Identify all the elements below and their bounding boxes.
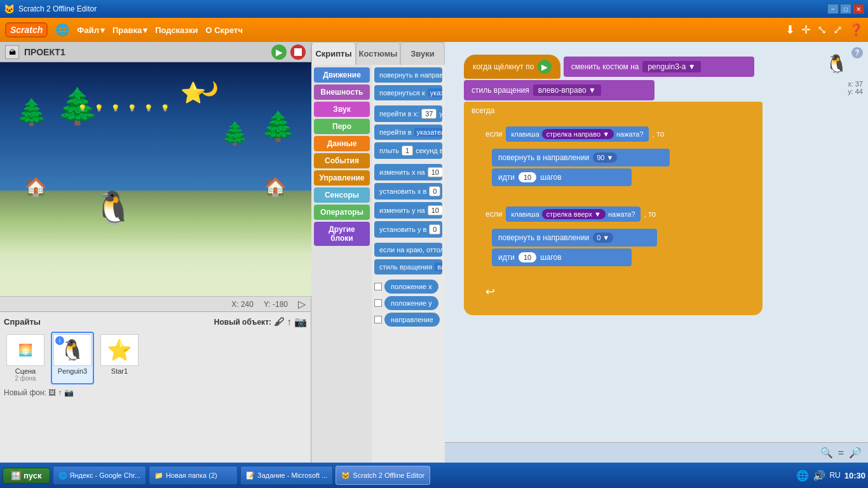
checkbox-y-pos[interactable] [374, 299, 382, 307]
titlebar-left: 🐱 Scratch 2 Offline Editor [4, 4, 97, 14]
reporter-x[interactable]: положение x [384, 280, 438, 294]
cat-sound[interactable]: Звук [314, 102, 370, 117]
menu-tips[interactable]: Подсказки [155, 25, 198, 35]
key2-dropdown[interactable]: стрелка вверх ▼ [542, 209, 606, 219]
block-glide[interactable]: плыть 1 секунд в точку x: 8 [374, 142, 442, 159]
info-icon[interactable]: i [55, 336, 64, 345]
reporter-y[interactable]: положение y [384, 296, 438, 310]
menu-file[interactable]: Файл ▾ [77, 25, 105, 35]
menu-about[interactable]: О Скретч [205, 25, 243, 35]
tab-costumes[interactable]: Костюмы [356, 42, 400, 65]
set-x-val[interactable]: 0 [429, 186, 440, 196]
maximize-button[interactable]: □ [840, 4, 851, 14]
move-val2[interactable]: 10 [519, 252, 536, 262]
block-if-on-edge[interactable]: если на краю, оттолкнуться [374, 243, 442, 257]
tab-scripts[interactable]: Скрипты [311, 42, 356, 65]
move-val1[interactable]: 10 [519, 172, 536, 182]
rotation-dropdown[interactable]: влево-вправо▼ [435, 262, 442, 271]
glide-secs[interactable]: 1 [402, 146, 413, 156]
help-icon[interactable]: ❓ [849, 23, 863, 37]
if2-container: если клавиша стрелка вверх ▼ нажата? , т… [479, 202, 760, 280]
dir-dropdown2[interactable]: 0 ▼ [593, 233, 613, 243]
paint-backdrop-button[interactable]: 🖼 [48, 388, 56, 397]
cat-looks[interactable]: Внешность [314, 85, 370, 100]
checkbox-direction[interactable] [374, 316, 382, 323]
costume-dropdown[interactable]: penguin3-a ▼ [642, 61, 700, 72]
switch-costume-block[interactable]: сменить костюм на penguin3-a ▼ [564, 57, 754, 77]
block-set-x[interactable]: установить x в 0 [374, 183, 442, 200]
stop-button[interactable] [290, 44, 306, 60]
paint-new-sprite-button[interactable]: 🖌 [274, 316, 284, 328]
menu-edit[interactable]: Правка ▾ [112, 25, 147, 35]
block-change-y[interactable]: изменить y на 10 [374, 202, 442, 219]
penguin3-item[interactable]: i 🐧 Penguin3 [51, 332, 94, 384]
workspace[interactable]: 🐧 ? x: 37 y: 44 когда щёлкнут по ▶ смени… [445, 42, 868, 442]
if2-condition[interactable]: клавиша стрелка вверх ▼ нажата? [506, 207, 640, 222]
block-goto[interactable]: перейти в указатель мышки▼ [374, 125, 442, 140]
set-y-val[interactable]: 0 [429, 224, 440, 234]
move-block2[interactable]: идти 10 шагов [492, 248, 632, 266]
forever-block[interactable]: всегда [464, 102, 763, 119]
set-rotation-block[interactable]: стиль вращения влево-вправо ▼ [464, 80, 654, 100]
block-goto-xy[interactable]: перейти в x: 37 y: 45 [374, 105, 442, 122]
green-flag-button[interactable]: ▶ [271, 44, 287, 60]
key1-dropdown[interactable]: стрелка направо ▼ [542, 129, 614, 139]
hat-block[interactable]: когда щёлкнут по ▶ [464, 55, 560, 79]
goto-x-val[interactable]: 37 [421, 109, 437, 119]
stage-canvas[interactable]: 🌲 🌲 🌲 🌲 🌙 ⭐ 💡💡💡💡💡💡 🏠 🏠 🐧 [0, 62, 311, 296]
block-point-towards[interactable]: повернуться к указатель мышки▼ [374, 85, 442, 100]
checkbox-x-pos[interactable] [374, 283, 382, 290]
start-button[interactable]: 🪟 пуск [3, 468, 50, 484]
move-block1[interactable]: идти 10 шагов [492, 168, 632, 186]
taskbar-word[interactable]: 📝 Задание - Microsoft ... [240, 466, 333, 485]
camera-sprite-button[interactable]: 📷 [294, 316, 307, 328]
expand-icon[interactable]: ⤢ [833, 23, 843, 37]
expand-arrow[interactable]: ▷ [298, 298, 306, 310]
new-object-label: Новый объект: [214, 318, 271, 327]
download-icon[interactable]: ⬇ [785, 23, 795, 37]
point-dir-block1[interactable]: повернуть в направлении 90 ▼ [492, 149, 670, 166]
cat-operators[interactable]: Операторы [314, 205, 370, 220]
goto-dropdown[interactable]: указатель мышки▼ [414, 128, 442, 137]
cat-motion[interactable]: Движение [314, 67, 370, 83]
block-set-y[interactable]: установить y в 0 [374, 221, 442, 238]
if1-condition[interactable]: клавиша стрелка направо ▼ нажата? [506, 126, 648, 142]
towards-dropdown[interactable]: указатель мышки▼ [428, 88, 442, 97]
cat-more-blocks[interactable]: Другие блоки [314, 222, 370, 246]
sound-icon[interactable]: 🔊 [813, 470, 825, 482]
language-button[interactable]: 🌐 [55, 23, 69, 37]
close-button[interactable]: ✕ [853, 4, 864, 14]
cat-sensing[interactable]: Сенсоры [314, 187, 370, 203]
resize-icon[interactable]: ⤡ [817, 23, 827, 37]
if1-header[interactable]: если клавиша стрелка направо ▼ нажата? ,… [479, 122, 752, 146]
minimize-button[interactable]: − [827, 4, 839, 14]
taskbar-folder[interactable]: 📁 Новая папка (2) [149, 466, 238, 485]
point-dir-block2[interactable]: повернуть в направлении 0 ▼ [492, 229, 657, 247]
reporter-dir[interactable]: направление [384, 313, 440, 327]
change-x-val[interactable]: 10 [428, 167, 442, 177]
cat-control[interactable]: Управление [314, 170, 370, 186]
zoom-in-button[interactable]: 🔎 [849, 447, 862, 459]
if2-header[interactable]: если клавиша стрелка вверх ▼ нажата? , т… [479, 202, 752, 226]
rotation-val-dropdown[interactable]: влево-вправо ▼ [533, 85, 601, 96]
upload-sprite-button[interactable]: ↑ [287, 316, 292, 328]
taskbar-scratch[interactable]: 🐱 Scratch 2 Offline Editor [336, 466, 430, 485]
network-icon[interactable]: 🌐 [796, 470, 809, 482]
taskbar-browser[interactable]: 🌐 Яндекс - Google Chr... [53, 466, 147, 485]
block-change-x[interactable]: изменить x на 10 [374, 164, 442, 180]
cat-events[interactable]: События [314, 153, 370, 168]
upload-backdrop-button[interactable]: ↑ [58, 388, 62, 397]
change-y-val[interactable]: 10 [428, 205, 442, 215]
tab-sounds[interactable]: Звуки [400, 42, 445, 65]
scene-item[interactable]: 🌅 Сцена 2 фона [4, 332, 47, 384]
dir-dropdown1[interactable]: 90 ▼ [593, 152, 617, 163]
cat-data[interactable]: Данные [314, 136, 370, 151]
block-point-direction[interactable]: повернуть в направлении 90▼ [374, 67, 442, 83]
zoom-reset-button[interactable]: = [838, 447, 844, 459]
fullscreen-icon[interactable]: ✛ [801, 23, 811, 37]
zoom-out-button[interactable]: 🔍 [820, 447, 833, 459]
camera-backdrop-button[interactable]: 📷 [64, 388, 74, 397]
block-rotation-style[interactable]: стиль вращения влево-вправо▼ [374, 259, 442, 274]
cat-pen[interactable]: Перо [314, 119, 370, 134]
star1-item[interactable]: ⭐ Star1 [98, 332, 141, 384]
